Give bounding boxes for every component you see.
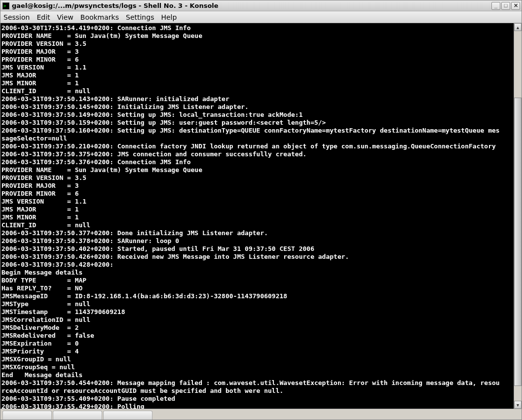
menu-settings[interactable]: Settings: [126, 13, 154, 21]
menubar: Session Edit View Bookmarks Settings Hel…: [0, 11, 522, 23]
session-tab-3[interactable]: [103, 411, 152, 420]
session-tab-2[interactable]: [53, 411, 102, 420]
scroll-track[interactable]: [514, 31, 522, 401]
scroll-down-button[interactable]: ▾: [514, 401, 522, 409]
svg-text:>: >: [3, 3, 6, 8]
scroll-up-button[interactable]: ▴: [514, 23, 522, 31]
app-window: > gael@kosig:/...m/pwsynctests/logs - Sh…: [0, 0, 522, 420]
menu-view[interactable]: View: [57, 13, 74, 21]
menu-session[interactable]: Session: [3, 13, 30, 21]
terminal-icon: >: [2, 2, 10, 10]
session-tab-1[interactable]: [2, 411, 52, 420]
window-controls: _ □ ✕: [491, 2, 520, 10]
close-button[interactable]: ✕: [511, 2, 520, 10]
window-title: gael@kosig:/...m/pwsynctests/logs - Shel…: [12, 2, 491, 9]
maximize-button[interactable]: □: [501, 2, 510, 10]
scroll-thumb[interactable]: [514, 98, 522, 386]
menu-edit[interactable]: Edit: [37, 13, 50, 21]
terminal[interactable]: 2006-03-30T17:51:54.419+0200: Connection…: [0, 23, 514, 409]
titlebar[interactable]: > gael@kosig:/...m/pwsynctests/logs - Sh…: [0, 0, 522, 11]
tabbar: [0, 409, 522, 420]
terminal-area: 2006-03-30T17:51:54.419+0200: Connection…: [0, 23, 522, 409]
menu-help[interactable]: Help: [161, 13, 177, 21]
vertical-scrollbar[interactable]: ▴ ▾: [514, 23, 522, 409]
minimize-button[interactable]: _: [491, 2, 500, 10]
menu-bookmarks[interactable]: Bookmarks: [80, 13, 119, 21]
